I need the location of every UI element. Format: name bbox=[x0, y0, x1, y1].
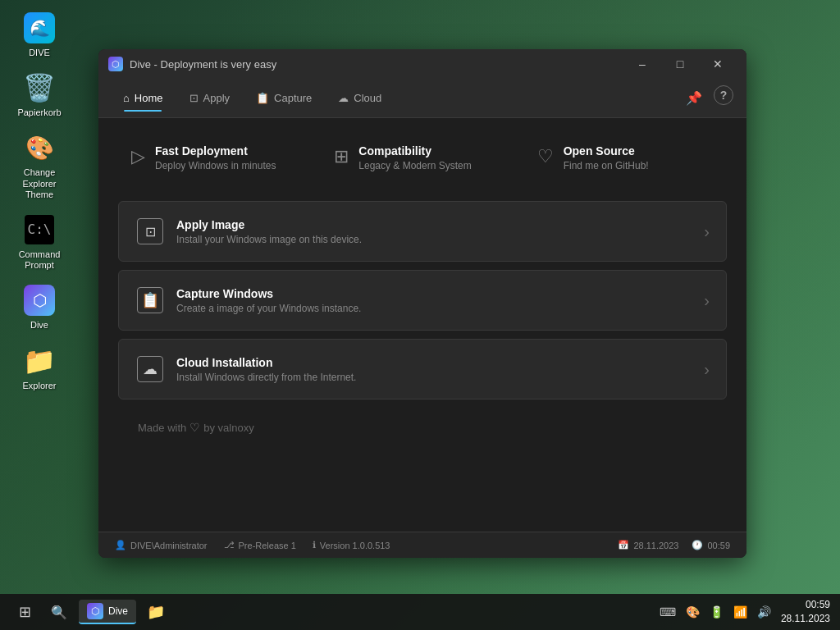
feature-fast-deployment: ▷ Fast Deployment Deploy Windows in minu… bbox=[118, 138, 321, 178]
system-tray: ⌨ 🎨 🔋 📶 🔊 bbox=[656, 602, 774, 622]
help-button[interactable]: ? bbox=[714, 85, 733, 105]
apply-image-card[interactable]: ⊡ Apply Image Install your Windows image… bbox=[118, 201, 727, 262]
app-window-icon: ⬡ bbox=[108, 57, 123, 71]
title-bar: ⬡ Dive - Deployment is very easy – □ ✕ bbox=[98, 49, 746, 79]
main-content: ▷ Fast Deployment Deploy Windows in minu… bbox=[98, 118, 746, 532]
desktop-icon-cmd[interactable]: C:\ Command Prompt bbox=[8, 210, 71, 274]
status-branch: ⎇ Pre-Release 1 bbox=[224, 540, 296, 550]
status-user: 👤 DIVE\Administrator bbox=[115, 540, 208, 550]
tab-home[interactable]: ⌂ Home bbox=[112, 85, 175, 111]
taskbar-file-explorer[interactable]: 📁 bbox=[141, 597, 171, 627]
open-source-desc: Find me on GitHub! bbox=[564, 160, 649, 171]
home-tab-icon: ⌂ bbox=[123, 92, 130, 104]
clock-time: 00:59 bbox=[781, 598, 830, 612]
fast-deployment-title: Fast Deployment bbox=[155, 144, 276, 158]
desktop-icons-container: 🌊 DIVE 🗑️ Papierkorb 🎨 Change Explorer T… bbox=[0, 0, 79, 403]
calendar-icon: 📅 bbox=[618, 540, 629, 550]
tab-cloud[interactable]: ☁ Cloud bbox=[326, 85, 393, 111]
color-tray-icon[interactable]: 🎨 bbox=[682, 602, 703, 622]
apply-tab-label: Apply bbox=[203, 92, 231, 104]
clock-date: 28.11.2023 bbox=[781, 612, 830, 626]
date-text: 28.11.2023 bbox=[633, 541, 678, 550]
cloud-installation-chevron: › bbox=[704, 360, 710, 379]
capture-windows-icon: 📋 bbox=[135, 285, 165, 315]
volume-tray-icon[interactable]: 🔊 bbox=[754, 602, 774, 622]
cloud-installation-icon: ☁ bbox=[135, 354, 165, 384]
desktop-icon-explorer[interactable]: 📁 Explorer bbox=[8, 341, 71, 395]
status-version: ℹ Version 1.0.0.513 bbox=[313, 540, 390, 550]
cloud-installation-card[interactable]: ☁ Cloud Installation Install Windows dir… bbox=[118, 339, 727, 399]
capture-tab-label: Capture bbox=[274, 92, 312, 104]
desktop-icon-change-explorer[interactable]: 🎨 Change Explorer Theme bbox=[8, 128, 71, 203]
capture-windows-card[interactable]: 📋 Capture Windows Create a image of your… bbox=[118, 270, 727, 331]
minimize-button[interactable]: – bbox=[623, 49, 661, 79]
window-title: Dive - Deployment is very easy bbox=[130, 58, 276, 71]
dive-app-label: Dive bbox=[30, 320, 48, 331]
title-bar-left: ⬡ Dive - Deployment is very easy bbox=[108, 57, 276, 71]
nav-bar: ⌂ Home ⊡ Apply 📋 Capture ☁ Cloud 📌 bbox=[98, 79, 746, 118]
compatibility-desc: Legacy & Modern System bbox=[358, 160, 471, 171]
status-time: 🕐 00:59 bbox=[692, 540, 730, 550]
command-prompt-icon: C:\ bbox=[23, 213, 56, 246]
taskbar-dive-icon: ⬡ bbox=[87, 603, 103, 619]
version-icon: ℹ bbox=[313, 540, 316, 550]
nav-right-buttons: 📌 ? bbox=[681, 85, 733, 112]
taskbar-dive-app[interactable]: ⬡ Dive bbox=[79, 600, 136, 624]
apply-image-desc: Install your Windows image on this devic… bbox=[176, 234, 704, 245]
close-button[interactable]: ✕ bbox=[699, 49, 737, 79]
user-text: DIVE\Administrator bbox=[130, 541, 208, 550]
open-source-text: Open Source Find me on GitHub! bbox=[564, 144, 649, 171]
papierkorb-icon: 🗑️ bbox=[23, 71, 56, 104]
user-icon: 👤 bbox=[115, 540, 126, 550]
tab-apply[interactable]: ⊡ Apply bbox=[178, 85, 242, 111]
apply-image-text: Apply Image Install your Windows image o… bbox=[176, 218, 704, 245]
search-button[interactable]: 🔍 bbox=[44, 597, 74, 627]
desktop: 🌊 DIVE 🗑️ Papierkorb 🎨 Change Explorer T… bbox=[0, 0, 840, 630]
status-right: 📅 28.11.2023 🕐 00:59 bbox=[618, 540, 730, 550]
fast-deployment-text: Fast Deployment Deploy Windows in minute… bbox=[155, 144, 276, 171]
home-tab-label: Home bbox=[135, 92, 163, 104]
footer-credit: Made with ♡ by valnoxy bbox=[118, 408, 727, 441]
taskbar: ⊞ 🔍 ⬡ Dive 📁 ⌨ 🎨 🔋 📶 🔊 00:59 28.11.2023 bbox=[0, 594, 840, 630]
apply-tab-icon: ⊡ bbox=[189, 92, 199, 104]
network-tray-icon[interactable]: 📶 bbox=[730, 602, 751, 622]
taskbar-right: ⌨ 🎨 🔋 📶 🔊 00:59 28.11.2023 bbox=[656, 598, 830, 626]
fast-deployment-icon: ▷ bbox=[131, 146, 145, 167]
desktop-icon-dive[interactable]: 🌊 DIVE bbox=[8, 8, 71, 62]
fast-deployment-desc: Deploy Windows in minutes bbox=[155, 160, 276, 171]
taskbar-left: ⊞ 🔍 ⬡ Dive 📁 bbox=[10, 597, 171, 627]
compatibility-text: Compatibility Legacy & Modern System bbox=[358, 144, 471, 171]
nav-tabs: ⌂ Home ⊡ Apply 📋 Capture ☁ Cloud bbox=[112, 85, 393, 111]
apply-image-chevron: › bbox=[704, 222, 710, 241]
maximize-button[interactable]: □ bbox=[661, 49, 699, 79]
tab-capture[interactable]: 📋 Capture bbox=[244, 85, 323, 111]
cloud-installation-title: Cloud Installation bbox=[176, 356, 704, 369]
start-button[interactable]: ⊞ bbox=[10, 597, 39, 627]
capture-windows-title: Capture Windows bbox=[176, 287, 704, 300]
taskbar-dive-label: Dive bbox=[108, 605, 128, 617]
desktop-icon-papierkorb[interactable]: 🗑️ Papierkorb bbox=[8, 68, 71, 121]
time-text: 00:59 bbox=[707, 541, 730, 550]
system-clock[interactable]: 00:59 28.11.2023 bbox=[781, 598, 830, 626]
feature-compatibility: ⊞ Compatibility Legacy & Modern System bbox=[321, 138, 523, 178]
battery-tray-icon[interactable]: 🔋 bbox=[706, 602, 727, 622]
compatibility-icon: ⊞ bbox=[334, 146, 349, 167]
window-controls: – □ ✕ bbox=[623, 49, 737, 79]
compatibility-title: Compatibility bbox=[358, 144, 471, 158]
dive-desktop-label: DIVE bbox=[29, 48, 50, 58]
pin-button[interactable]: 📌 bbox=[681, 85, 707, 112]
capture-tab-icon: 📋 bbox=[256, 92, 269, 104]
desktop-icon-dive-app[interactable]: ⬡ Dive bbox=[8, 281, 71, 334]
branch-text: Pre-Release 1 bbox=[239, 541, 296, 550]
apply-image-icon: ⊡ bbox=[135, 217, 165, 246]
keyboard-tray-icon[interactable]: ⌨ bbox=[656, 602, 679, 622]
cloud-tab-icon: ☁ bbox=[338, 92, 349, 104]
cloud-installation-desc: Install Windows directly from the Intern… bbox=[176, 372, 704, 383]
open-source-title: Open Source bbox=[564, 144, 649, 158]
capture-windows-chevron: › bbox=[704, 291, 710, 310]
heart-icon: ♡ bbox=[189, 421, 200, 434]
branch-icon: ⎇ bbox=[224, 540, 235, 550]
made-with-text: Made with bbox=[138, 422, 186, 434]
feature-open-source: ♡ Open Source Find me on GitHub! bbox=[524, 138, 727, 178]
status-left: 👤 DIVE\Administrator ⎇ Pre-Release 1 ℹ V… bbox=[115, 540, 390, 550]
